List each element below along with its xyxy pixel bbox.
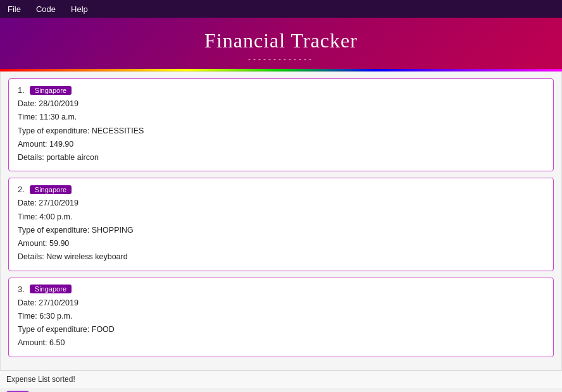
header: Financial Tracker ------------- <box>0 18 562 69</box>
menu-file[interactable]: File <box>5 3 23 15</box>
entry-type-1: Type of expenditure: NECESSITIES <box>18 125 544 138</box>
entry-time-2: Time: 4:00 p.m. <box>18 211 544 224</box>
entry-amount-3: Amount: 6.50 <box>18 336 544 350</box>
entry-number-1: 1. <box>18 85 25 95</box>
entry-date-2: Date: 27/10/2019 <box>18 197 544 210</box>
status-message: Expense List sorted! <box>6 375 75 384</box>
entry-time-1: Time: 11:30 a.m. <box>18 111 544 124</box>
status-bar: Expense List sorted! <box>0 371 562 388</box>
entry-card-1: 1. Singapore Date: 28/10/2019 Time: 11:3… <box>8 78 554 171</box>
header-divider: ------------- <box>0 55 562 64</box>
entry-card-3: 3. Singapore Date: 27/10/2019 Time: 6:30… <box>8 278 554 357</box>
entry-type-3: Type of expenditure: FOOD <box>18 323 544 336</box>
menu-code[interactable]: Code <box>34 3 58 15</box>
entry-tag-3: Singapore <box>30 285 72 293</box>
entry-card-2: 2. Singapore Date: 27/10/2019 Time: 4:00… <box>8 178 554 271</box>
entry-amount-1: Amount: 149.90 <box>18 138 544 151</box>
entry-time-3: Time: 6:30 p.m. <box>18 310 544 323</box>
entry-type-2: Type of expenditure: SHOPPING <box>18 224 544 237</box>
entry-details-1: Details: portable aircon <box>18 151 544 164</box>
entry-tag-1: Singapore <box>30 86 72 95</box>
menu-bar: File Code Help <box>0 0 562 18</box>
menu-help[interactable]: Help <box>68 3 91 15</box>
entry-tag-2: Singapore <box>30 185 72 194</box>
page-area: 1 <box>0 388 562 393</box>
entry-number-2: 2. <box>18 185 25 194</box>
entry-number-3: 3. <box>18 285 25 294</box>
entry-amount-2: Amount: 59.90 <box>18 237 544 250</box>
entry-date-3: Date: 27/10/2019 <box>18 297 544 310</box>
entry-date-1: Date: 28/10/2019 <box>18 97 544 111</box>
app-title: Financial Tracker <box>0 29 562 52</box>
entry-details-2: Details: New wireless keyboard <box>18 250 544 264</box>
expense-list[interactable]: 1. Singapore Date: 28/10/2019 Time: 11:3… <box>0 71 562 371</box>
